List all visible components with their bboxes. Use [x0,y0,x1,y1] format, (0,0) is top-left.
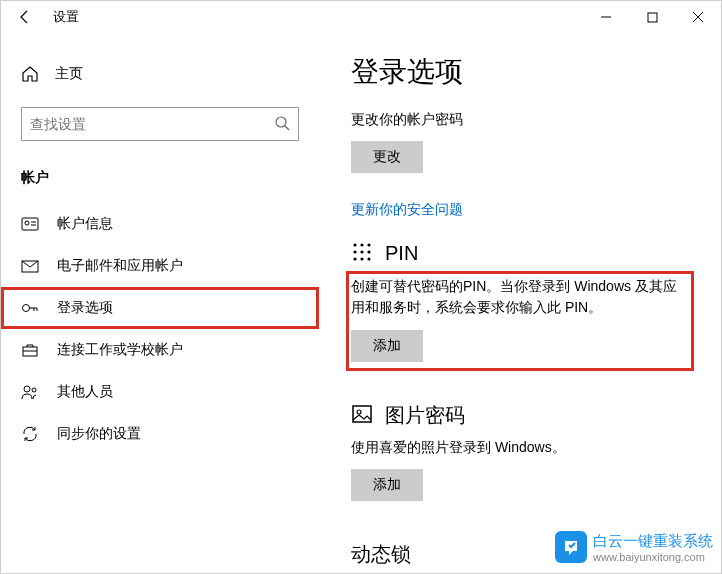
close-button[interactable] [675,1,721,33]
sidebar: 主页 帐户 帐户信息 电子邮件和应用帐户 登录选项 连接工作或学校帐户 [1,33,319,573]
people-icon [21,383,39,401]
sidebar-item-email[interactable]: 电子邮件和应用帐户 [1,245,319,287]
key-icon [21,299,39,317]
svg-rect-28 [353,406,371,422]
sidebar-section-title: 帐户 [1,165,319,203]
maximize-button[interactable] [629,1,675,33]
svg-point-22 [353,250,356,253]
svg-rect-6 [22,218,38,230]
svg-point-29 [357,410,361,414]
svg-point-19 [353,243,356,246]
person-card-icon [21,215,39,233]
sidebar-item-sync[interactable]: 同步你的设置 [1,413,319,455]
svg-point-4 [276,117,286,127]
watermark-url: www.baiyunxitong.com [593,551,713,563]
back-button[interactable] [9,1,41,33]
sidebar-item-label: 登录选项 [57,299,113,317]
search-box[interactable] [21,107,299,141]
svg-point-11 [23,305,30,312]
picture-password-desc: 使用喜爱的照片登录到 Windows。 [351,439,689,457]
sidebar-item-other-users[interactable]: 其他人员 [1,371,319,413]
security-questions-link[interactable]: 更新你的安全问题 [351,201,689,219]
svg-point-17 [24,386,30,392]
sidebar-item-label: 同步你的设置 [57,425,141,443]
svg-line-5 [285,126,289,130]
svg-point-21 [367,243,370,246]
pin-section-highlighted: 创建可替代密码的PIN。当你登录到 Windows 及其应用和服务时，系统会要求… [351,276,689,366]
svg-point-7 [25,221,29,225]
pin-heading: PIN [385,242,418,265]
add-picture-password-button[interactable]: 添加 [351,469,423,501]
watermark-logo-icon [555,531,587,563]
svg-rect-1 [648,13,657,22]
watermark: 白云一键重装系统 www.baiyunxitong.com [555,531,713,563]
svg-point-20 [360,243,363,246]
sync-icon [21,425,39,443]
svg-point-27 [367,257,370,260]
watermark-text: 白云一键重装系统 [593,532,713,551]
svg-point-25 [353,257,356,260]
search-icon [274,115,290,134]
mail-icon [21,257,39,275]
sidebar-item-label: 电子邮件和应用帐户 [57,257,183,275]
briefcase-icon [21,341,39,359]
pin-pad-icon [351,241,373,266]
svg-point-26 [360,257,363,260]
home-icon [21,65,39,83]
pin-desc: 创建可替代密码的PIN。当你登录到 Windows 及其应用和服务时，系统会要求… [351,276,689,318]
sidebar-item-label: 连接工作或学校帐户 [57,341,183,359]
picture-icon [351,403,373,428]
password-desc: 更改你的帐户密码 [351,111,689,129]
svg-point-24 [367,250,370,253]
sidebar-item-signin-options[interactable]: 登录选项 [1,287,319,329]
sidebar-item-work-school[interactable]: 连接工作或学校帐户 [1,329,319,371]
minimize-button[interactable] [583,1,629,33]
home-link[interactable]: 主页 [1,57,319,91]
add-pin-button[interactable]: 添加 [351,330,423,362]
svg-point-23 [360,250,363,253]
change-password-button[interactable]: 更改 [351,141,423,173]
svg-point-18 [32,388,36,392]
sidebar-item-label: 帐户信息 [57,215,113,233]
home-label: 主页 [55,65,83,83]
sidebar-item-account-info[interactable]: 帐户信息 [1,203,319,245]
search-input[interactable] [30,116,274,132]
content-area: 登录选项 更改你的帐户密码 更改 更新你的安全问题 PIN 创建可替代密码的PI… [319,33,721,573]
picture-password-heading: 图片密码 [385,402,465,429]
page-title: 登录选项 [351,53,689,91]
window-title: 设置 [53,8,79,26]
sidebar-item-label: 其他人员 [57,383,113,401]
